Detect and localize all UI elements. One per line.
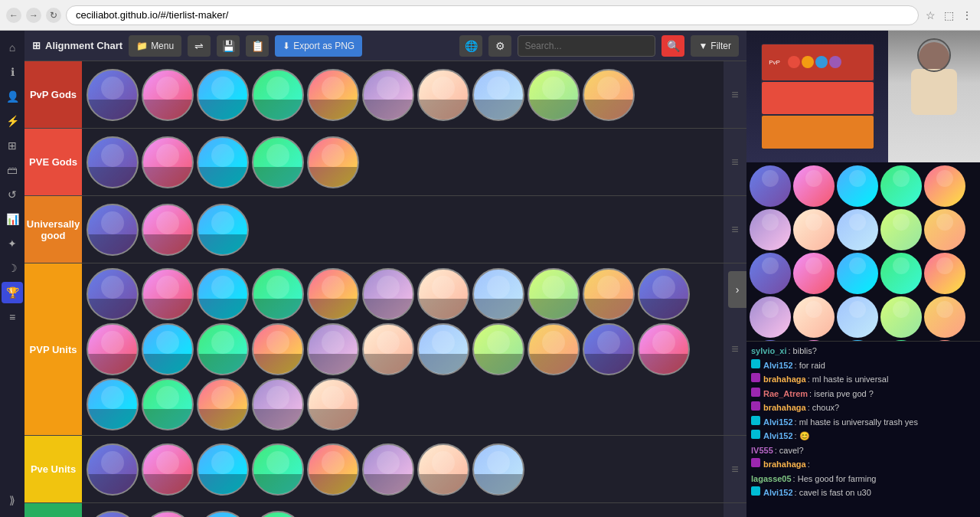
menu-icon[interactable]: ⋮ — [960, 8, 974, 22]
sidebar-info-icon[interactable]: ℹ — [2, 61, 23, 83]
tier-avatar[interactable] — [197, 204, 249, 256]
tier-avatar[interactable] — [362, 443, 414, 496]
tier-avatar[interactable] — [472, 323, 524, 375]
tier-avatar[interactable] — [417, 69, 469, 121]
tier-drag-handle-pve-gods[interactable]: ≡ — [724, 129, 746, 195]
grid-avatar[interactable] — [750, 209, 791, 250]
tier-avatar[interactable] — [142, 378, 194, 430]
tier-avatar[interactable] — [417, 443, 469, 496]
tier-avatar[interactable] — [87, 323, 139, 375]
tier-avatar[interactable] — [528, 69, 580, 121]
tier-drag-handle-pve-units[interactable]: ≡ — [724, 436, 746, 502]
grid-avatar[interactable] — [837, 253, 878, 294]
grid-avatar[interactable] — [924, 165, 965, 207]
tier-avatar[interactable] — [417, 268, 469, 320]
tier-avatar[interactable] — [307, 323, 359, 375]
grid-avatar[interactable] — [750, 253, 791, 294]
url-bar[interactable] — [66, 5, 919, 25]
tier-avatar[interactable] — [142, 69, 194, 121]
tier-avatar[interactable] — [87, 268, 139, 320]
tier-avatar[interactable] — [87, 69, 139, 121]
bookmark-icon[interactable]: ☆ — [923, 8, 937, 22]
tier-avatar[interactable] — [362, 323, 414, 375]
tier-avatar[interactable] — [472, 443, 524, 496]
tier-avatar[interactable] — [87, 204, 139, 256]
tier-avatar[interactable] — [307, 443, 359, 496]
grid-avatar[interactable] — [750, 296, 791, 338]
grid-avatar[interactable] — [793, 296, 835, 338]
tier-drag-handle-universally[interactable]: ≡ — [724, 196, 746, 263]
tier-avatar[interactable] — [142, 323, 194, 375]
filter-button[interactable]: ▼ Filter — [691, 35, 739, 57]
tier-avatar[interactable] — [142, 443, 194, 496]
sidebar-star-icon[interactable]: ✦ — [2, 233, 23, 254]
grid-avatar[interactable] — [880, 209, 922, 250]
tier-avatar[interactable] — [417, 323, 469, 375]
tier-avatar[interactable] — [87, 511, 139, 518]
save-button[interactable]: 💾 — [217, 35, 240, 57]
grid-avatar[interactable] — [837, 165, 878, 207]
tier-avatar[interactable] — [197, 136, 249, 188]
tier-avatar[interactable] — [583, 268, 635, 320]
grid-avatar[interactable] — [924, 253, 965, 294]
sidebar-lightning-icon[interactable]: ⚡ — [2, 110, 23, 132]
tier-avatar[interactable] — [142, 268, 194, 320]
tier-avatar[interactable] — [307, 268, 359, 320]
grid-avatar[interactable] — [924, 209, 965, 250]
tier-avatar[interactable] — [472, 69, 524, 121]
tier-avatar[interactable] — [197, 323, 249, 375]
tier-avatar[interactable] — [252, 323, 304, 375]
grid-avatar[interactable] — [880, 253, 922, 294]
tier-avatar[interactable] — [528, 323, 580, 375]
grid-avatar[interactable] — [924, 296, 965, 338]
grid-avatar[interactable] — [750, 165, 791, 207]
sidebar-grid-icon[interactable]: ⊞ — [2, 135, 23, 156]
tier-avatar[interactable] — [142, 136, 194, 188]
copy-button[interactable]: 📋 — [246, 35, 269, 57]
tier-avatar[interactable] — [252, 511, 304, 518]
grid-avatar[interactable] — [880, 296, 922, 338]
tier-avatar[interactable] — [638, 268, 690, 320]
extensions-icon[interactable]: ⬚ — [942, 8, 956, 22]
tier-avatar[interactable] — [252, 443, 304, 496]
tier-avatar[interactable] — [252, 378, 304, 430]
grid-avatar[interactable] — [880, 165, 922, 207]
sidebar-users-icon[interactable]: 👤 — [2, 86, 23, 107]
tier-avatar[interactable] — [142, 204, 194, 256]
tier-avatar[interactable] — [472, 268, 524, 320]
tier-avatar[interactable] — [307, 378, 359, 430]
tier-avatar[interactable] — [638, 323, 690, 375]
sidebar-chart-icon[interactable]: 📊 — [2, 208, 23, 230]
export-button[interactable]: ⬇ Export as PNG — [275, 35, 362, 57]
sidebar-history-icon[interactable]: ↺ — [2, 184, 23, 205]
tier-avatar[interactable] — [528, 268, 580, 320]
menu-button[interactable]: 📁 Menu — [129, 35, 181, 57]
expand-arrow[interactable]: › — [728, 271, 746, 308]
forward-button[interactable]: → — [26, 8, 41, 23]
sidebar-moon-icon[interactable]: ☽ — [2, 257, 23, 279]
sidebar-list-icon[interactable]: ≡ — [2, 306, 23, 328]
search-button[interactable]: 🔍 — [662, 35, 684, 57]
tier-avatar[interactable] — [252, 136, 304, 188]
tier-drag-handle-pvp-gods[interactable]: ≡ — [724, 61, 746, 128]
tier-avatar[interactable] — [252, 268, 304, 320]
tier-avatar[interactable] — [362, 268, 414, 320]
grid-avatar[interactable] — [837, 296, 878, 338]
tier-avatar[interactable] — [87, 136, 139, 188]
swap-button[interactable]: ⇌ — [188, 35, 211, 57]
tier-avatar[interactable] — [362, 69, 414, 121]
grid-avatar[interactable] — [793, 253, 835, 294]
tier-avatar[interactable] — [197, 378, 249, 430]
tier-avatar[interactable] — [307, 136, 359, 188]
globe-button[interactable]: 🌐 — [459, 35, 482, 57]
tier-avatar[interactable] — [87, 378, 139, 430]
grid-avatar[interactable] — [793, 165, 835, 207]
grid-avatar[interactable] — [837, 209, 878, 250]
tier-avatar[interactable] — [197, 443, 249, 496]
sidebar-db-icon[interactable]: 🗃 — [2, 159, 23, 181]
tier-avatar[interactable] — [142, 511, 194, 518]
tier-avatar[interactable] — [197, 268, 249, 320]
sidebar-home-icon[interactable]: ⌂ — [2, 37, 23, 58]
tier-avatar[interactable] — [87, 443, 139, 496]
tier-avatar[interactable] — [252, 69, 304, 121]
